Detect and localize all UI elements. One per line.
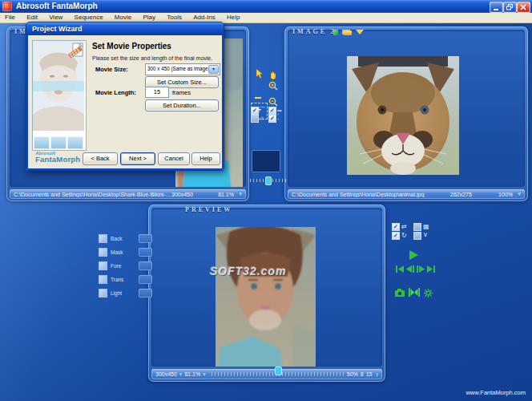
chevron-down-icon[interactable]: ▾ xyxy=(203,371,206,378)
step-forward-icon xyxy=(417,265,425,273)
layer-mask-checkbox[interactable] xyxy=(99,248,107,257)
help-button[interactable]: Help xyxy=(191,152,220,165)
loop-toggle-checkbox[interactable]: ✓ xyxy=(392,232,400,240)
layer-fore-swatch-button[interactable] xyxy=(139,261,152,270)
minimize-button[interactable] xyxy=(490,2,503,13)
cursor-arrow-icon xyxy=(255,69,264,79)
wizard-title: Project Wizard xyxy=(32,25,82,33)
image1-statusbar: C:\Documents and Settings\Horia\Desktop\… xyxy=(10,189,246,199)
chevron-down-icon[interactable]: ▾ xyxy=(208,65,219,74)
image2-canvas[interactable] xyxy=(288,30,525,187)
show-curve-left-checkbox[interactable]: ✓ xyxy=(251,107,259,115)
show-dots-left-checkbox[interactable]: ✓ xyxy=(268,107,276,115)
movie-length-label: Movie Length: xyxy=(95,89,136,96)
render-movie-button[interactable] xyxy=(409,288,420,297)
image2-file-path: C:\Documents and Settings\Horia\Desktop\… xyxy=(292,192,450,197)
zoom-in-icon xyxy=(268,81,278,91)
dots-column-icon: ⁚ xyxy=(277,114,280,121)
show-dots-right-checkbox[interactable]: ✓ xyxy=(268,115,276,123)
window-titlebar[interactable]: Abrosoft FantaMorph xyxy=(0,0,532,13)
minus-icon[interactable] xyxy=(255,97,261,99)
show-curve-right-checkbox[interactable] xyxy=(251,115,259,123)
image2-statusbar: C:\Documents and Settings\Horia\Desktop\… xyxy=(288,189,525,199)
layer-back-checkbox[interactable] xyxy=(99,234,107,243)
back-button[interactable]: < Back xyxy=(83,152,118,165)
menu-item-file[interactable]: File xyxy=(0,13,20,22)
play-icon xyxy=(409,250,418,260)
folder-icon[interactable] xyxy=(344,30,352,35)
layer-mask-swatch-button[interactable] xyxy=(139,248,152,257)
restore-button[interactable] xyxy=(503,2,517,13)
project-wizard-dialog: Project Wizard Abrosoft Fant xyxy=(26,22,224,171)
zoom-in-button[interactable] xyxy=(268,79,278,94)
image2-photo xyxy=(347,56,459,175)
preview-zoom-value[interactable]: 81.1% xyxy=(184,371,200,377)
chevron-down-icon[interactable]: ▾ xyxy=(179,371,183,378)
film-toggle-checkbox[interactable] xyxy=(413,223,421,231)
timeline-slider-thumb[interactable] xyxy=(275,367,282,375)
collapse-toggle-checkbox[interactable] xyxy=(413,232,421,240)
next-button[interactable]: Next > xyxy=(120,152,155,165)
wizard-subtitle: Please set the size and length of the fi… xyxy=(92,55,219,61)
arrow-tool-button[interactable] xyxy=(255,67,264,82)
timeline-slider-track[interactable] xyxy=(212,372,344,376)
layer-fore-checkbox[interactable] xyxy=(99,261,107,270)
layer-trans-checkbox[interactable] xyxy=(99,275,107,284)
image2-zoom-value[interactable]: 100% xyxy=(492,192,513,197)
curve-icon: ⌒ xyxy=(260,107,266,114)
preview-panel: PREVIEW xyxy=(148,205,385,382)
chevron-down-icon[interactable]: ▾ xyxy=(234,191,242,197)
layer-back-label: Back xyxy=(111,236,127,241)
menu-item-help[interactable]: Help xyxy=(222,13,244,22)
navigator-box[interactable] xyxy=(252,150,280,172)
close-icon xyxy=(520,4,527,10)
last-frame-button[interactable] xyxy=(427,265,435,273)
snapshot-button[interactable] xyxy=(395,289,405,297)
spinner-down-icon[interactable]: ▾ xyxy=(376,375,378,377)
wizard-side-image xyxy=(32,40,87,151)
first-frame-button[interactable] xyxy=(396,265,404,273)
preview-frame-total[interactable]: 15 xyxy=(366,371,373,377)
layer-back-swatch-button[interactable] xyxy=(139,234,152,243)
restore-icon xyxy=(506,4,514,10)
layer-row-mask: Mask xyxy=(99,247,139,257)
set-duration-button[interactable]: Set Duration... xyxy=(145,99,219,111)
wizard-heading: Set Movie Properties xyxy=(92,42,171,51)
swap-toggle-checkbox[interactable]: ✓ xyxy=(392,223,400,231)
image1-file-path: C:\Documents and Settings\Horia\Desktop\… xyxy=(14,192,171,197)
render-icon xyxy=(409,288,420,297)
movie-size-select[interactable]: 300 x 450 (Same as Image 1) ▾ xyxy=(145,63,220,75)
camera-icon xyxy=(395,289,405,297)
preview-statusbar: 300x450 ▾ 81.1% ▾ 50% 8 15 ▴ ▾ xyxy=(151,369,382,379)
funnel-icon[interactable] xyxy=(356,30,364,34)
wizard-titlebar[interactable]: Project Wizard xyxy=(26,22,224,35)
mini-slider-thumb[interactable] xyxy=(265,176,272,185)
layer-fore-label: Fore xyxy=(111,263,127,269)
film-icon: ▦ xyxy=(423,223,429,230)
layer-light-checkbox[interactable] xyxy=(99,289,107,298)
layer-light-swatch-button[interactable] xyxy=(139,289,152,298)
preview-canvas[interactable] xyxy=(151,208,382,367)
image1-size-label: 300x450 xyxy=(171,192,213,197)
frame-spinner[interactable]: ▴ ▾ xyxy=(376,372,378,377)
chevron-down-icon[interactable]: ▾ xyxy=(513,191,521,197)
layer-light-label: Light xyxy=(111,290,127,296)
image1-zoom-value[interactable]: 81.1% xyxy=(213,192,234,197)
preview-size-label: 300x450 xyxy=(155,371,177,377)
filmstrip-icon xyxy=(66,43,84,62)
prev-frame-button[interactable] xyxy=(406,265,414,273)
movie-length-input[interactable]: 15 xyxy=(145,87,169,98)
close-button[interactable] xyxy=(517,2,530,13)
frames-label: frames xyxy=(172,89,191,96)
next-frame-button[interactable] xyxy=(417,265,425,273)
layer-trans-swatch-button[interactable] xyxy=(139,275,152,284)
dots-line-icon: •• xyxy=(277,107,282,114)
preview-frame-current: 8 xyxy=(361,371,364,377)
marker-icon[interactable] xyxy=(333,30,338,35)
preview-morph-image xyxy=(216,227,316,367)
play-button[interactable] xyxy=(409,250,418,260)
loop-icon: ↻ xyxy=(401,232,407,239)
cancel-button[interactable]: Cancel xyxy=(158,152,190,165)
settings-button[interactable] xyxy=(424,289,433,298)
site-link[interactable]: www.FantaMorph.com xyxy=(466,389,526,396)
